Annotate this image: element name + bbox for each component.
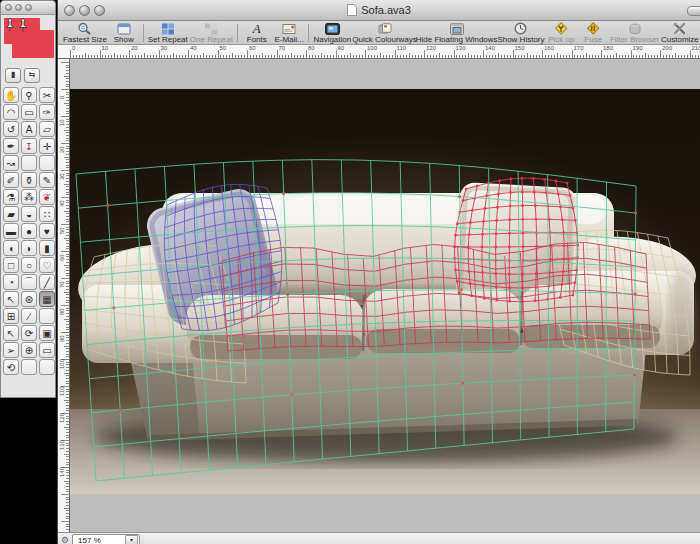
marquee-tool[interactable]: ▭ (21, 104, 37, 120)
move-tool[interactable]: ✛ (39, 138, 55, 154)
twirl-tool[interactable]: ↝ (3, 155, 19, 171)
fastest-size-icon (77, 22, 92, 35)
toolbar-button-show[interactable]: Show (111, 22, 137, 44)
measure-tool[interactable]: ∕ (21, 308, 37, 324)
toolbar-button-label: One Repeat (190, 35, 233, 44)
filled-heart-tool[interactable]: ♥ (39, 223, 55, 239)
cluster-tool[interactable]: ⁂ (21, 189, 37, 205)
toolbar-button-label: Quick Colourways (352, 35, 416, 44)
palette-zoom-button[interactable] (25, 4, 32, 11)
fill-tool[interactable]: ◒ (21, 206, 37, 222)
warp-mesh-tool[interactable]: ▦ (39, 291, 55, 307)
vertical-ruler: 0102030405060708090100110120130140 (58, 59, 70, 532)
toolbar-button-fuse[interactable]: Fuse (580, 22, 606, 44)
grab-tool[interactable]: ✋ (3, 87, 19, 103)
toolbar-button-one-repeat[interactable]: One Repeat (192, 22, 231, 44)
text-tool[interactable]: A (21, 121, 37, 137)
rotate-tool[interactable]: ↺ (3, 121, 19, 137)
line-tool[interactable]: ╱ (39, 274, 55, 290)
select-arrow-tool[interactable]: ↖ (3, 291, 19, 307)
toolbar-toggle-button[interactable] (687, 6, 700, 16)
pencil-tool[interactable]: ✎ (39, 172, 55, 188)
bar-tool[interactable]: ▮ (39, 240, 55, 256)
toolbar-button-pick-up[interactable]: Pick up (548, 22, 574, 44)
transform-tool[interactable]: ▣ (39, 325, 55, 341)
toolbar-button-navigation[interactable]: Navigation (315, 22, 349, 44)
picker-tool[interactable]: ✑ (39, 104, 55, 120)
zoom-value: 157 % (73, 536, 125, 544)
spray-bottle-tool[interactable]: ⚱ (21, 172, 37, 188)
ellipse-tool[interactable]: ○ (21, 257, 37, 273)
zoom-tool[interactable]: ⚲ (21, 87, 37, 103)
toolbar: Fastest SizeShowSet RepeatOne RepeatAFon… (58, 21, 700, 45)
scissors-tool[interactable]: ✂ (39, 87, 55, 103)
filled-rect-tool[interactable]: ▬ (3, 223, 19, 239)
toolbar-button-filter-browser[interactable]: Filter Browser (612, 22, 657, 44)
one-repeat-icon (204, 22, 218, 35)
rotate-view-tool[interactable]: ⊕ (21, 342, 37, 358)
spray-tool[interactable]: ∷ (39, 206, 55, 222)
canvas[interactable] (70, 59, 700, 532)
close-button[interactable] (64, 5, 75, 16)
frame-tool[interactable]: ▭ (39, 342, 55, 358)
set-repeat-icon (161, 22, 175, 35)
arc-tool[interactable]: ⌒ (21, 274, 37, 290)
palette-close-button[interactable] (5, 4, 12, 11)
minimize-button[interactable] (79, 5, 90, 16)
brush-tool[interactable]: ✐ (3, 172, 19, 188)
pick-up-icon (554, 22, 568, 35)
document-window: Sofa.ava3 Fastest SizeShowSet RepeatOne … (57, 0, 700, 544)
gear-icon[interactable]: ⚙ (61, 534, 69, 544)
toolbar-button-label: E-Mail... (274, 35, 303, 44)
skew-tool[interactable]: ▱ (39, 121, 55, 137)
zoom-button[interactable] (94, 5, 105, 16)
mesh-ball-tool[interactable]: ⊛ (21, 291, 37, 307)
pin-tool[interactable]: ↧ (21, 138, 37, 154)
toolbar-button-label: Show (114, 35, 134, 44)
toolbar-button-label: Pick up (548, 35, 574, 44)
zoom-control[interactable]: 157 % ▾ (72, 534, 140, 544)
toolbar-button-customize[interactable]: Customize (663, 22, 697, 44)
rect-tool[interactable]: □ (3, 257, 19, 273)
cursor-tool[interactable]: ➢ (3, 342, 19, 358)
quarter-ellipse-tool[interactable]: ◖ (3, 240, 19, 256)
toolbar-button-quick-colourways[interactable]: Quick Colourways (355, 22, 413, 44)
color-swatch[interactable] (12, 30, 54, 58)
toolbar-button-fonts[interactable]: AFonts (244, 22, 270, 44)
heart-tool[interactable]: ♡ (39, 257, 55, 273)
horizontal-ruler: 0102030405060708090100110120130140150160… (58, 45, 700, 59)
palette-minimize-button[interactable] (15, 4, 22, 11)
eraser-tool[interactable]: ▰ (3, 206, 19, 222)
swap-colors-button[interactable]: ⇆ (24, 68, 40, 83)
sofa-photo[interactable] (70, 89, 700, 494)
pie-tool[interactable]: ◔ (3, 274, 19, 290)
dropper-tool[interactable]: ⚗ (3, 189, 19, 205)
swatch-mode-button[interactable]: ▮ (5, 68, 21, 83)
toolbar-button-show-history[interactable]: Show History (500, 22, 543, 44)
palette-titlebar[interactable] (1, 1, 55, 15)
quick-colourways-icon (378, 22, 392, 35)
empty-slot (39, 359, 55, 375)
half-ellipse-tool[interactable]: ◗ (21, 240, 37, 256)
rotate-handle-tool[interactable]: ⟳ (21, 325, 37, 341)
empty-slot (39, 155, 55, 171)
pushpin-icon[interactable] (5, 17, 15, 32)
select-plus-tool[interactable]: ↖ (3, 325, 19, 341)
refresh-tool[interactable]: ⟲ (3, 359, 19, 375)
email-icon (282, 22, 296, 35)
zoom-dropdown-button[interactable]: ▾ (125, 535, 138, 544)
screen: ▮ ⇆ ✋⚲✂◠▭✑↺A▱✒↧✛↝✐⚱✎⚗⁂❦▰◒∷▬●♥◖◗▮□○♡◔⌒╱↖⊛… (0, 0, 700, 544)
pen-tool[interactable]: ✒ (3, 138, 19, 154)
pushpin-icon[interactable] (18, 17, 28, 32)
filter-browser-icon (628, 22, 642, 35)
tool-palette: ▮ ⇆ ✋⚲✂◠▭✑↺A▱✒↧✛↝✐⚱✎⚗⁂❦▰◒∷▬●♥◖◗▮□○♡◔⌒╱↖⊛… (0, 0, 56, 398)
toolbar-button-hide-floating-windows[interactable]: Hide Floating Windows (420, 22, 494, 44)
filled-ellipse-tool[interactable]: ● (21, 223, 37, 239)
toolbar-button-fastest-size[interactable]: Fastest Size (65, 22, 105, 44)
feather-tool[interactable]: ❦ (39, 189, 55, 205)
lasso-tool[interactable]: ◠ (3, 104, 19, 120)
toolbar-button-email[interactable]: E-Mail... (276, 22, 303, 44)
toolbar-button-set-repeat[interactable]: Set Repeat (150, 22, 186, 44)
grid-tool[interactable]: ⊞ (3, 308, 19, 324)
titlebar[interactable]: Sofa.ava3 (58, 0, 700, 21)
